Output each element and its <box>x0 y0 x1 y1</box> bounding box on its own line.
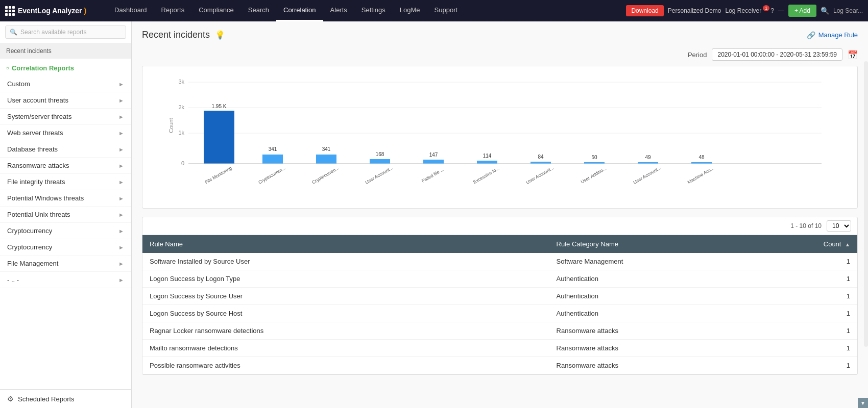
sidebar-item-database-threats[interactable]: Database threats ► <box>0 141 131 158</box>
chevron-right-icon: ► <box>118 228 124 234</box>
scroll-to-bottom-icon[interactable]: ▼ <box>858 398 868 408</box>
chevron-right-icon: ► <box>118 277 124 283</box>
calendar-icon[interactable]: 📅 <box>848 50 858 60</box>
sidebar-item-label: Database threats <box>7 145 58 153</box>
sidebar-item-custom[interactable]: Custom ► <box>0 76 131 92</box>
bar-file-monitoring[interactable] <box>204 111 234 164</box>
receiver-badge: 1 <box>763 5 769 11</box>
svg-text:168: 168 <box>376 151 384 157</box>
count-cell: 1 <box>806 305 857 322</box>
per-page-select[interactable]: 10 25 50 <box>827 220 851 232</box>
app-grid-icon <box>5 6 15 16</box>
bar-failed-file[interactable] <box>423 160 444 164</box>
bar-crypto2[interactable] <box>316 155 336 164</box>
sidebar-item-user-account-threats[interactable]: User account threats ► <box>0 92 131 109</box>
manage-rule-label: Manage Rule <box>818 31 858 39</box>
search-icon[interactable]: 🔍 <box>821 7 829 15</box>
help-link[interactable]: ? <box>770 7 774 14</box>
chevron-right-icon: ► <box>118 261 124 267</box>
sidebar-search-area: 🔍 Search available reports <box>0 21 131 43</box>
svg-text:User Account...: User Account... <box>365 165 394 185</box>
incidents-table: Rule Name Rule Category Name Count ▲ Sof… <box>142 235 857 374</box>
scheduled-reports-label: Scheduled Reports <box>18 395 75 403</box>
nav-support[interactable]: Support <box>427 0 465 21</box>
sidebar-recent-incidents[interactable]: Recent incidents <box>0 43 131 59</box>
add-button[interactable]: + Add <box>788 5 816 17</box>
sidebar-item-file-integrity-threats[interactable]: File integrity threats ► <box>0 174 131 190</box>
svg-text:Excessive lo...: Excessive lo... <box>472 166 500 185</box>
nav-reports[interactable]: Reports <box>154 0 192 21</box>
table-row: Software Installed by Source User Softwa… <box>142 253 857 270</box>
demo-link[interactable]: Personalized Demo <box>668 7 721 14</box>
sidebar-item-label: Cryptocurrency <box>7 243 52 251</box>
bulb-icon: 💡 <box>215 30 225 40</box>
count-cell: 1 <box>806 322 857 340</box>
scheduled-reports-item[interactable]: ⚙ Scheduled Reports <box>0 389 131 408</box>
count-cell: 1 <box>806 270 857 288</box>
rule-category-cell: Authentication <box>549 288 806 305</box>
user-link[interactable]: — <box>778 7 784 14</box>
table-top-bar: 1 - 10 of 10 10 25 50 <box>142 217 857 235</box>
bar-chart: 3k 2k 1k 0 Count 1.95 K File Monitoring … <box>153 74 847 197</box>
nav-correlation[interactable]: Correlation <box>276 0 323 21</box>
manage-rule-icon: 🔗 <box>807 31 815 39</box>
search-input-wrapper[interactable]: 🔍 Search available reports <box>5 26 126 39</box>
rule-name-cell: Logon Success by Source User <box>142 288 549 305</box>
svg-text:1.95 K: 1.95 K <box>212 104 227 109</box>
bar-crypto1[interactable] <box>262 155 283 164</box>
chevron-right-icon: ► <box>118 195 124 201</box>
col-count[interactable]: Count ▲ <box>806 235 857 253</box>
sidebar-item-label: File integrity threats <box>7 178 65 186</box>
col-rule-category[interactable]: Rule Category Name <box>549 235 806 253</box>
sidebar-item-potential-windows-threats[interactable]: Potential Windows threats ► <box>0 190 131 207</box>
sidebar-item-web-server-threats[interactable]: Web server threats ► <box>0 125 131 141</box>
nav-dashboard[interactable]: Dashboard <box>107 0 154 21</box>
nav-search[interactable]: Search <box>241 0 276 21</box>
log-receiver-link[interactable]: Log Receiver 1 <box>726 7 767 14</box>
svg-text:50: 50 <box>591 155 597 160</box>
chevron-right-icon: ► <box>118 97 124 104</box>
sidebar-item-cryptocurrency-2[interactable]: Cryptocurrency ► <box>0 239 131 256</box>
nav-compliance[interactable]: Compliance <box>191 0 241 21</box>
rule-name-cell: Logon Success by Logon Type <box>142 270 549 288</box>
chevron-right-icon: ► <box>118 146 124 152</box>
table-row: Ragnar Locker ransomware detections Rans… <box>142 322 857 340</box>
nav-logme[interactable]: LogMe <box>393 0 427 21</box>
sidebar-item-label: - .. - <box>7 276 19 284</box>
svg-text:3k: 3k <box>178 79 184 85</box>
rule-name-cell: Logon Success by Source Host <box>142 305 549 322</box>
col-rule-name[interactable]: Rule Name <box>142 235 549 253</box>
sort-asc-icon: ▲ <box>845 242 850 247</box>
log-search-link[interactable]: Log Sear... <box>833 7 863 14</box>
bar-chart-icon: ▫ <box>6 64 9 72</box>
table-row: Logon Success by Logon Type Authenticati… <box>142 270 857 288</box>
count-cell: 1 <box>806 340 857 357</box>
sidebar-item-more[interactable]: - .. - ► <box>0 272 131 288</box>
table-row: Mailto ransomware detections Ransomware … <box>142 340 857 357</box>
chevron-right-icon: ► <box>118 114 124 120</box>
table-section: 1 - 10 of 10 10 25 50 Rule Name Rule Cat… <box>142 217 858 375</box>
sidebar-item-ransomware-attacks[interactable]: Ransomware attacks ► <box>0 158 131 174</box>
sidebar: 🔍 Search available reports Recent incide… <box>0 21 132 408</box>
page-title: Recent incidents <box>142 30 210 40</box>
manage-rule-link[interactable]: 🔗 Manage Rule <box>807 31 858 39</box>
period-input[interactable]: 2020-01-01 00:00:00 - 2020-05-31 23:59:5… <box>712 48 842 61</box>
chevron-right-icon: ► <box>118 130 124 136</box>
svg-text:2k: 2k <box>178 104 184 110</box>
nav-settings[interactable]: Settings <box>354 0 393 21</box>
table-row: Possible ransomware activities Ransomwar… <box>142 357 857 374</box>
sidebar-item-cryptocurrency-1[interactable]: Cryptocurrency ► <box>0 223 131 239</box>
sidebar-item-label: System/server threats <box>7 113 71 120</box>
sidebar-item-system-server-threats[interactable]: System/server threats ► <box>0 109 131 125</box>
rule-category-cell: Ransomware attacks <box>549 322 806 340</box>
nav-alerts[interactable]: Alerts <box>323 0 354 21</box>
sidebar-item-label: User account threats <box>7 96 68 104</box>
bar-user-account2[interactable] <box>531 162 551 164</box>
download-button[interactable]: Download <box>626 5 663 16</box>
bar-excessive-lo[interactable] <box>477 161 497 164</box>
bar-user-account1[interactable] <box>370 159 390 164</box>
sidebar-item-label: Potential Windows threats <box>7 194 84 202</box>
count-cell: 1 <box>806 357 857 374</box>
sidebar-item-potential-unix-threats[interactable]: Potential Unix threats ► <box>0 207 131 223</box>
sidebar-item-file-management[interactable]: File Management ► <box>0 256 131 272</box>
